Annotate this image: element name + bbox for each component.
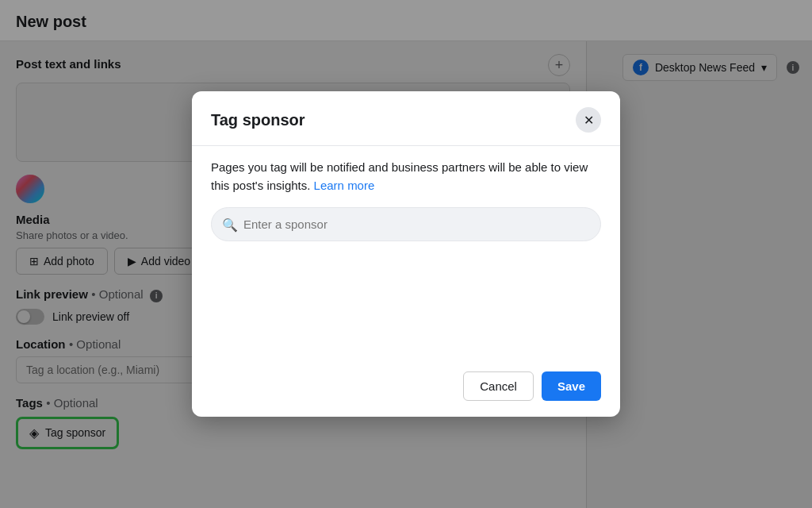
modal-close-button[interactable]: ✕ bbox=[576, 107, 601, 133]
modal-empty-area bbox=[211, 254, 601, 349]
modal-title: Tag sponsor bbox=[211, 111, 305, 129]
sponsor-search-input[interactable] bbox=[211, 207, 601, 241]
close-icon: ✕ bbox=[584, 113, 594, 128]
modal-description: Pages you tag will be notified and busin… bbox=[211, 159, 601, 194]
save-button[interactable]: Save bbox=[542, 371, 601, 401]
search-icon: 🔍 bbox=[222, 217, 238, 232]
cancel-button[interactable]: Cancel bbox=[463, 371, 534, 401]
learn-more-link[interactable]: Learn more bbox=[314, 179, 375, 192]
tag-sponsor-modal: Tag sponsor ✕ Pages you tag will be noti… bbox=[192, 91, 620, 417]
modal-overlay: Tag sponsor ✕ Pages you tag will be noti… bbox=[0, 0, 812, 508]
